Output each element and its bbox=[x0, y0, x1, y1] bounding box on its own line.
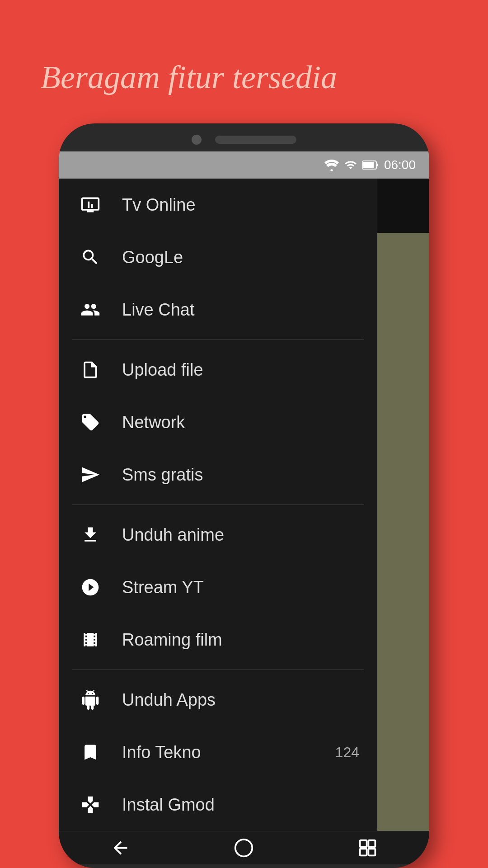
divider-3 bbox=[72, 340, 364, 340]
bookmark-icon bbox=[77, 739, 104, 766]
menu-item-live-chat[interactable]: Live Chat bbox=[59, 283, 377, 336]
svg-rect-4 bbox=[368, 840, 375, 847]
menu-label-upload-file: Upload file bbox=[122, 360, 359, 380]
download-icon bbox=[77, 521, 104, 548]
send-icon bbox=[77, 461, 104, 488]
menu-item-network[interactable]: Network bbox=[59, 396, 377, 448]
phone-mockup: 06:00 Tv OnlineGoogLeLive ChatUpload fil… bbox=[59, 123, 429, 868]
menu-label-unduh-apps: Unduh Apps bbox=[122, 690, 359, 710]
camera bbox=[192, 135, 202, 145]
divider-11 bbox=[72, 670, 364, 670]
menu-item-tv-online[interactable]: Tv Online bbox=[59, 179, 377, 231]
menu-item-instal-gmod[interactable]: Instal Gmod bbox=[59, 778, 377, 831]
page-title: Beragam fitur tersedia bbox=[41, 59, 447, 96]
menu-label-stream-yt: Stream YT bbox=[122, 578, 359, 597]
svg-rect-3 bbox=[360, 840, 366, 847]
menu-item-unduh-anime[interactable]: Unduh anime bbox=[59, 509, 377, 561]
file-icon bbox=[77, 356, 104, 383]
svg-rect-5 bbox=[360, 849, 366, 855]
screen-content: Tv OnlineGoogLeLive ChatUpload fileNetwo… bbox=[59, 179, 429, 831]
wifi-icon bbox=[324, 159, 339, 171]
phone-top bbox=[59, 123, 429, 151]
right-panel bbox=[377, 179, 429, 831]
play-circle-icon bbox=[77, 574, 104, 601]
menu-item-upload-file[interactable]: Upload file bbox=[59, 344, 377, 396]
menu-list: Tv OnlineGoogLeLive ChatUpload fileNetwo… bbox=[59, 179, 377, 831]
speaker bbox=[215, 136, 296, 144]
menu-label-info-tekno: Info Tekno bbox=[122, 743, 335, 762]
status-time: 06:00 bbox=[384, 158, 416, 172]
menu-item-roaming-film[interactable]: Roaming film bbox=[59, 613, 377, 666]
bottom-nav bbox=[59, 831, 429, 864]
recent-button[interactable] bbox=[349, 835, 385, 862]
tag-icon bbox=[77, 409, 104, 436]
right-panel-top bbox=[377, 179, 429, 233]
home-button[interactable] bbox=[226, 835, 262, 862]
svg-rect-1 bbox=[363, 162, 374, 168]
search-icon bbox=[77, 244, 104, 271]
status-bar: 06:00 bbox=[59, 151, 429, 179]
menu-item-info-tekno[interactable]: Info Tekno124 bbox=[59, 726, 377, 778]
divider-7 bbox=[72, 505, 364, 505]
menu-item-unduh-apps[interactable]: Unduh Apps bbox=[59, 674, 377, 726]
menu-badge-info-tekno: 124 bbox=[335, 744, 359, 761]
tv-icon bbox=[77, 191, 104, 218]
battery-icon bbox=[362, 159, 379, 171]
group-icon bbox=[77, 296, 104, 323]
menu-item-stream-yt[interactable]: Stream YT bbox=[59, 561, 377, 613]
svg-rect-6 bbox=[368, 849, 375, 855]
menu-label-tv-online: Tv Online bbox=[122, 195, 359, 215]
menu-item-google[interactable]: GoogLe bbox=[59, 231, 377, 283]
back-button[interactable] bbox=[103, 835, 139, 862]
menu-label-google: GoogLe bbox=[122, 248, 359, 267]
menu-label-unduh-anime: Unduh anime bbox=[122, 525, 359, 545]
gamepad-icon bbox=[77, 791, 104, 818]
status-icons: 06:00 bbox=[324, 158, 416, 172]
android-icon bbox=[77, 686, 104, 713]
menu-label-network: Network bbox=[122, 413, 359, 432]
menu-label-sms-gratis: Sms gratis bbox=[122, 465, 359, 485]
menu-label-live-chat: Live Chat bbox=[122, 300, 359, 320]
film-icon bbox=[77, 626, 104, 653]
phone-screen: Tv OnlineGoogLeLive ChatUpload fileNetwo… bbox=[59, 179, 429, 864]
menu-item-sms-gratis[interactable]: Sms gratis bbox=[59, 448, 377, 501]
menu-label-roaming-film: Roaming film bbox=[122, 630, 359, 650]
signal-icon bbox=[344, 159, 357, 171]
svg-point-2 bbox=[235, 840, 253, 857]
menu-label-instal-gmod: Instal Gmod bbox=[122, 795, 359, 815]
